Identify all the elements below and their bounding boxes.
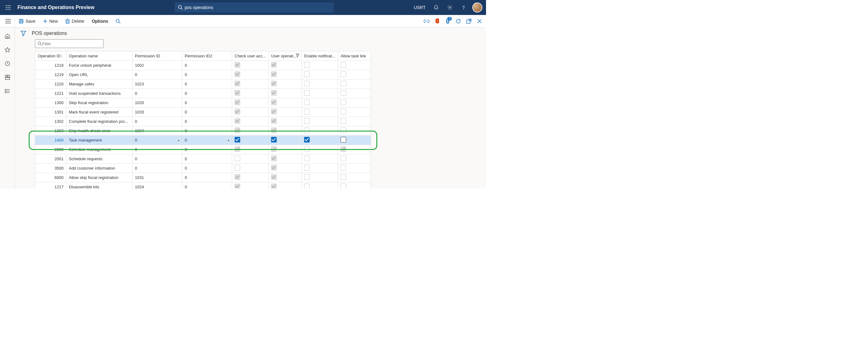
- table-row[interactable]: 1217Disassemble kits10240: [35, 182, 371, 189]
- table-row[interactable]: 1303Skip health check error10340: [35, 126, 371, 135]
- cell-operation-id: 6000: [35, 173, 66, 182]
- col-check-user[interactable]: Check user acc...: [232, 52, 269, 61]
- home-icon[interactable]: [0, 30, 15, 42]
- global-search[interactable]: [175, 2, 334, 12]
- checkbox[interactable]: [304, 137, 310, 143]
- col-enable-notif[interactable]: Enable notificat...: [302, 52, 338, 61]
- col-permission-id2[interactable]: Permission ID2: [182, 52, 232, 61]
- table-row[interactable]: 1221Void suspended transactions00: [35, 89, 371, 98]
- checkbox: [271, 146, 277, 152]
- help-icon[interactable]: [457, 0, 470, 15]
- workspaces-icon[interactable]: [0, 71, 15, 84]
- chevron-down-icon[interactable]: ▾: [178, 138, 180, 142]
- svg-rect-18: [20, 22, 23, 23]
- cell-permission-id2: 0: [182, 108, 232, 117]
- cell-operation-id: 1303: [35, 126, 66, 135]
- plus-icon: [43, 19, 48, 23]
- svg-point-1: [8, 5, 9, 6]
- checkbox[interactable]: [271, 137, 277, 143]
- favorites-icon[interactable]: [0, 44, 15, 56]
- link-icon[interactable]: [421, 15, 432, 27]
- cell-user-op: [269, 108, 302, 117]
- delete-button[interactable]: Delete: [62, 15, 88, 27]
- settings-icon[interactable]: [444, 0, 456, 15]
- table-row[interactable]: 1301Mark fiscal event registered10330: [35, 108, 371, 117]
- cell-operation-name: Manage safes: [66, 80, 132, 89]
- nav-toggle-icon[interactable]: [1, 15, 15, 27]
- user-avatar[interactable]: [472, 2, 482, 12]
- table-row[interactable]: 1219Open URL00: [35, 70, 371, 80]
- col-user-op[interactable]: User operati...: [269, 52, 302, 61]
- cell-user-op: [269, 135, 302, 145]
- svg-point-5: [10, 7, 10, 8]
- save-button[interactable]: Save: [15, 15, 39, 27]
- cell-operation-name: Open URL: [66, 70, 132, 80]
- cell-enable-notif: [302, 117, 338, 126]
- search-icon: [178, 5, 183, 10]
- cell-allow-task: [338, 126, 371, 135]
- checkbox: [235, 90, 240, 96]
- cell-permission-id2[interactable]: 0▾: [182, 135, 232, 145]
- col-operation-id[interactable]: Operation ID↑: [35, 52, 66, 61]
- modules-icon[interactable]: [0, 85, 15, 97]
- col-allow-task[interactable]: Allow task link: [338, 52, 371, 61]
- cell-enable-notif: [302, 98, 338, 108]
- checkbox: [235, 62, 240, 68]
- company-label[interactable]: USRT: [411, 5, 429, 10]
- filter-icon[interactable]: [296, 54, 300, 57]
- checkbox: [271, 184, 277, 189]
- find-button[interactable]: [112, 15, 124, 27]
- table-row[interactable]: 1300Skip fiscal registration10330: [35, 98, 371, 108]
- page-title: POS operations: [32, 31, 67, 36]
- popout-icon[interactable]: [464, 15, 474, 27]
- cell-check-user: [232, 98, 269, 108]
- checkbox: [304, 62, 310, 68]
- notifications-icon[interactable]: [430, 0, 442, 15]
- cell-allow-task: [338, 182, 371, 189]
- table-row[interactable]: 1220Manage safes10230: [35, 80, 371, 89]
- cell-operation-id: 1400: [35, 135, 66, 145]
- cell-enable-notif: [302, 126, 338, 135]
- grid-header-row: Operation ID↑ Operation name Permission …: [35, 52, 371, 61]
- cell-operation-name: Task management: [66, 135, 132, 145]
- cell-allow-task: [338, 117, 371, 126]
- new-button[interactable]: New: [39, 15, 62, 27]
- close-icon[interactable]: [474, 15, 485, 27]
- svg-point-41: [5, 91, 6, 91]
- app-launcher-icon[interactable]: [2, 0, 14, 15]
- office-icon[interactable]: [432, 15, 442, 27]
- cell-permission-id2: 0: [182, 117, 232, 126]
- cell-check-user: [232, 117, 269, 126]
- table-row[interactable]: 6000Allow skip fiscal registration10310: [35, 173, 371, 182]
- cell-permission-id: 1031: [132, 173, 182, 182]
- options-button[interactable]: Options: [88, 15, 112, 27]
- checkbox: [271, 99, 277, 105]
- table-row[interactable]: 2001Schedule requests00: [35, 154, 371, 164]
- checkbox[interactable]: [235, 137, 240, 143]
- checkbox[interactable]: [341, 137, 346, 143]
- cell-enable-notif: [302, 173, 338, 182]
- chevron-down-icon[interactable]: ▾: [228, 138, 229, 142]
- quick-filter-input[interactable]: [42, 41, 101, 46]
- checkbox: [304, 184, 310, 189]
- svg-point-0: [6, 5, 7, 6]
- filter-pane-icon[interactable]: [21, 31, 26, 36]
- refresh-icon[interactable]: [453, 15, 464, 27]
- checkbox: [341, 90, 346, 96]
- quick-filter[interactable]: [35, 39, 103, 48]
- svg-point-2: [10, 5, 10, 6]
- search-input[interactable]: [183, 5, 331, 10]
- table-row[interactable]: 1218Force unlock peripheral10020: [35, 61, 371, 70]
- cell-permission-id[interactable]: 0▾: [132, 135, 182, 145]
- attachments-icon[interactable]: 0: [442, 15, 453, 27]
- cell-user-op: [269, 164, 302, 173]
- table-row[interactable]: 1400Task management0▾0▾: [35, 135, 371, 145]
- col-operation-name[interactable]: Operation name: [66, 52, 132, 61]
- col-permission-id[interactable]: Permission ID: [132, 52, 182, 61]
- recent-icon[interactable]: [0, 57, 15, 70]
- table-row[interactable]: 1302Complete fiscal registration pro...0…: [35, 117, 371, 126]
- checkbox: [341, 99, 346, 105]
- table-row[interactable]: 3500Add customer information00: [35, 164, 371, 173]
- table-row[interactable]: 2000Schedule management00: [35, 145, 371, 154]
- svg-point-9: [178, 6, 181, 9]
